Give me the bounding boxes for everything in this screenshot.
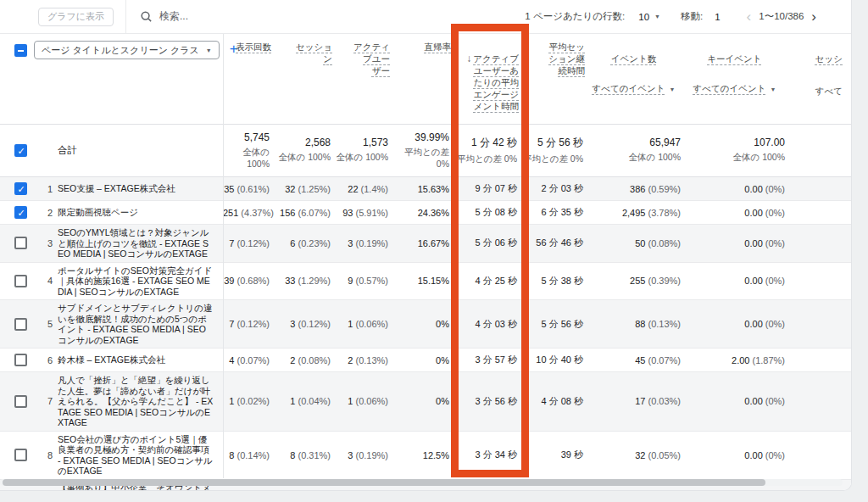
search-icon	[140, 10, 153, 23]
row-index: 8	[34, 450, 58, 460]
views-cell: 1(0.02%)	[223, 396, 271, 406]
engagement-time-cell: 3 分 57 秒	[451, 354, 519, 366]
totals-engagement-time: 1 分 42 秒平均との差 0%	[451, 136, 519, 165]
sessions-cell: 8(0.31%)	[271, 450, 332, 460]
column-header-views[interactable]: 表示回数	[223, 41, 271, 53]
engagement-time-cell: 3 分 34 秒	[451, 449, 519, 461]
sessions-cell: 6(0.23%)	[271, 238, 332, 248]
event-filter-label: すべて	[815, 85, 843, 97]
column-header-label: アクティブ ユーザーあ たりの平均 エンゲージ メント時間	[473, 53, 519, 112]
table-row: 1 SEO支援 – EXTAGE株式会社 35(0.61%) 32(1.25%)…	[0, 177, 851, 201]
active-users-cell: 93(5.91%)	[332, 208, 390, 218]
engagement-time-cell: 4 分 03 秒	[451, 318, 519, 331]
next-page-button[interactable]: ›	[804, 9, 824, 24]
page-background: グラフに表示 検索... 1 ページあたりの行数: 10 ▼ 移動: 1 ‹	[0, 0, 868, 502]
column-header-events[interactable]: イベント数 すべてのイベント▼	[585, 41, 682, 96]
row-checkbox[interactable]	[0, 318, 34, 331]
horizontal-scrollbar-thumb[interactable]	[3, 479, 765, 486]
key-events-cell: 0.00(0%)	[682, 184, 787, 194]
views-cell: 39(0.68%)	[223, 276, 271, 286]
checked-checkbox-icon	[14, 144, 27, 157]
bounce-rate-cell: 0%	[390, 355, 451, 365]
row-index: 1	[34, 184, 58, 194]
row-checkbox[interactable]	[0, 354, 34, 366]
row-checkbox[interactable]	[0, 237, 34, 249]
show-chart-button[interactable]: グラフに表示	[38, 8, 114, 26]
events-cell: 50(0.08%)	[585, 238, 682, 248]
column-header-label: キーイベント	[707, 53, 761, 64]
dimension-selector-value: ページ タイトルとスクリーン クラス	[42, 44, 199, 57]
views-cell: 8(0.14%)	[223, 450, 271, 460]
avg-session-duration-cell: 6 分 35 秒	[519, 206, 585, 219]
sessions-cell: 156(6.07%)	[271, 208, 332, 218]
rows-per-page-value: 10	[638, 12, 649, 22]
key-events-cell: 0.00(0%)	[682, 208, 787, 218]
column-header-session-truncated[interactable]: セッシ すべて	[787, 41, 852, 97]
page-title-cell: SEO支援 – EXTAGE株式会社	[58, 181, 223, 197]
totals-events: 65,947全体の 100%	[585, 137, 682, 164]
row-checkbox[interactable]	[0, 206, 34, 219]
row-checkbox[interactable]	[0, 182, 34, 195]
views-cell: 7(0.12%)	[223, 319, 271, 329]
dimension-area: ページ タイトルとスクリーン クラス ▼ +	[34, 41, 223, 59]
column-header-label: セッショ ン	[296, 42, 332, 64]
key-events-cell: 0.00(0%)	[682, 450, 787, 460]
chevron-down-icon: ▼	[771, 86, 776, 92]
table-toolbar: グラフに表示 検索... 1 ページあたりの行数: 10 ▼ 移動: 1 ‹	[0, 0, 851, 34]
active-users-cell: 1(0.06%)	[332, 396, 390, 406]
avg-session-duration-cell: 56 分 46 秒	[519, 237, 585, 249]
checkbox-icon	[14, 449, 27, 461]
previous-page-button[interactable]: ‹	[739, 9, 760, 24]
column-header-sessions[interactable]: セッショ ン	[271, 41, 332, 64]
go-to-label: 移動:	[681, 10, 703, 23]
page-title-cell: SEO会社の選び方のポイント5選｜優良業者の見極め方・契約前の確認事項 - EX…	[58, 432, 223, 479]
bounce-rate-cell: 0%	[390, 396, 451, 406]
page-title-cell: 凡人で「挫折」と「絶望」を繰り返した人生。夢は「諦めない者」だけが叶えられる。【…	[58, 372, 223, 431]
totals-checkbox[interactable]	[0, 144, 34, 157]
pagination-controls: 1 ページあたりの行数: 10 ▼ 移動: 1 ‹ 1〜10/386 ›	[525, 9, 851, 24]
chevron-down-icon: ▼	[654, 14, 660, 20]
column-header-label: アクティ ブユー ザー	[353, 42, 390, 75]
checkbox-icon	[14, 275, 27, 287]
table-body: 1 SEO支援 – EXTAGE株式会社 35(0.61%) 32(1.25%)…	[0, 177, 851, 491]
go-to-page-input[interactable]: 1	[715, 12, 720, 22]
column-header-key-events[interactable]: キーイベント すべてのイベント▼	[682, 41, 787, 96]
totals-avg-session-duration: 5 分 56 秒平均との差 0%	[519, 136, 585, 165]
engagement-time-cell: 5 分 06 秒	[451, 237, 519, 249]
row-checkbox[interactable]	[0, 275, 34, 287]
column-header-avg-session-duration[interactable]: 平均セッ ション継 続時間	[519, 41, 585, 76]
indeterminate-checkbox-icon	[14, 44, 27, 57]
checkbox-icon	[14, 318, 27, 331]
column-header-label: イベント数	[611, 53, 656, 64]
column-header-active-users[interactable]: アクティ ブユー ザー	[332, 41, 390, 76]
totals-label: 合計	[58, 144, 223, 157]
sessions-cell: 2(0.08%)	[271, 355, 332, 365]
events-cell: 255(0.39%)	[585, 276, 682, 286]
checkbox-icon	[14, 206, 27, 219]
table-row: 7 凡人で「挫折」と「絶望」を繰り返した人生。夢は「諦めない者」だけが叶えられる…	[0, 372, 851, 432]
column-header-label: 平均セッ ション継 続時間	[548, 42, 585, 75]
engagement-time-cell: 4 分 25 秒	[451, 275, 519, 287]
table-row: 8 SEO会社の選び方のポイント5選｜優良業者の見極め方・契約前の確認事項 - …	[0, 432, 851, 480]
row-checkbox[interactable]	[0, 449, 34, 461]
sessions-cell: 33(1.29%)	[271, 276, 332, 286]
dimension-selector[interactable]: ページ タイトルとスクリーン クラス ▼	[34, 41, 220, 59]
row-checkbox[interactable]	[0, 395, 34, 408]
search-box[interactable]: 検索...	[140, 9, 188, 24]
column-header-label: 表示回数	[236, 42, 271, 52]
column-header-bounce-rate[interactable]: 直帰率	[390, 41, 451, 53]
totals-bounce-rate: 39.99%平均との差 0%	[390, 131, 451, 169]
page-title-cell: SEOのYMYL領域とは？対象ジャンルと順位上げのコツを徹説 - EXTAGE …	[58, 225, 223, 262]
rows-per-page-select[interactable]: 10 ▼	[638, 12, 660, 22]
column-header-engagement-time[interactable]: ↓ アクティブ ユーザーあ たりの平均 エンゲージ メント時間	[451, 41, 519, 124]
page-title-cell: ポータルサイトのSEO対策完全ガイド｜具体的施策16選 - EXTAGE SEO…	[58, 263, 223, 300]
select-all-checkbox[interactable]	[0, 41, 34, 57]
table-row: 6 鈴木様 – EXTAGE株式会社 4(0.07%) 2(0.08%) 2(0…	[0, 349, 851, 372]
search-input[interactable]: 検索...	[159, 9, 188, 24]
page-title-cell: サブドメインとサブディレクトリの違いを徹底解説！成功のための5つのポイント - …	[58, 300, 223, 348]
active-users-cell: 1(0.06%)	[332, 319, 390, 329]
key-events-cell: 0.00(0%)	[682, 319, 787, 329]
column-header-label: 直帰率	[425, 42, 452, 52]
views-cell: 7(0.12%)	[223, 238, 271, 248]
horizontal-scrollbar-track[interactable]	[0, 479, 843, 486]
